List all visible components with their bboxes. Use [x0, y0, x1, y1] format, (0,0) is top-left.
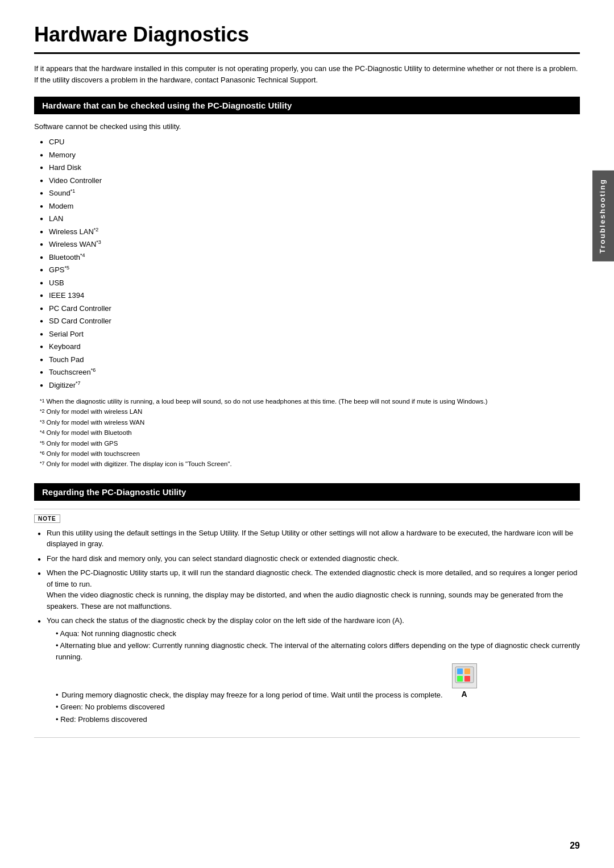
superscript: *5 — [65, 264, 70, 272]
list-item: Bluetooth*4 — [40, 252, 580, 263]
hardware-list: CPU Memory Hard Disk Video Controller So… — [40, 136, 580, 391]
svg-rect-2 — [464, 668, 470, 674]
note-label: NOTE — [34, 514, 60, 523]
section2: Regarding the PC-Diagnostic Utility NOTE… — [34, 483, 580, 738]
footnote-num: *1 — [40, 397, 45, 405]
list-item: Touch Pad — [40, 354, 580, 366]
superscript: *7 — [76, 380, 81, 388]
list-item: IEEE 1394 — [40, 290, 580, 301]
svg-rect-3 — [457, 676, 463, 682]
footnote-text: Only for model with touchscreen — [47, 448, 140, 459]
list-item: Hard Disk — [40, 162, 580, 173]
list-item: GPS*5 — [40, 264, 580, 276]
superscript: *4 — [80, 252, 85, 260]
list-item: USB — [40, 277, 580, 289]
footnote-text: Only for model with Bluetooth — [47, 427, 132, 438]
footnote-text: Only for model with wireless LAN — [47, 406, 143, 417]
list-item: SD Card Controller — [40, 315, 580, 327]
note-list: Run this utility using the default setti… — [38, 528, 580, 726]
footnote-text: Only for model with wireless WAN — [47, 417, 145, 427]
list-item: Memory — [40, 149, 580, 161]
list-item: Wireless LAN*2 — [40, 226, 580, 238]
superscript: *6 — [91, 367, 96, 375]
page-number: 29 — [570, 841, 580, 851]
sub-bullet-item: Aqua: Not running diagnostic check — [56, 628, 580, 639]
footnote-num: *4 — [40, 428, 45, 436]
list-item: PC Card Controller — [40, 303, 580, 314]
footnote-text: Only for model with GPS — [47, 438, 118, 448]
list-item: Sound*1 — [40, 188, 580, 199]
list-item: Serial Port — [40, 329, 580, 340]
list-item: Modem — [40, 201, 580, 212]
list-item: Wireless WAN*3 — [40, 239, 580, 250]
footnotes-section: *1 When the diagnostic utility is runnin… — [40, 396, 580, 470]
note-item-text: When the PC-Diagnostic Utility starts up… — [47, 567, 580, 612]
note-item-text: Run this utility using the default setti… — [47, 528, 580, 550]
note-box: NOTE Run this utility using the default … — [34, 509, 580, 738]
footnote-text: Only for model with digitizer. The displ… — [47, 459, 232, 469]
memory-check-text: During memory diagnostic check, the disp… — [62, 690, 443, 701]
intro-line2: If the utility discovers a problem in th… — [34, 74, 580, 86]
svg-rect-1 — [457, 668, 463, 674]
footnote-1: *1 When the diagnostic utility is runnin… — [40, 396, 580, 406]
sub-bullet-item: Alternating blue and yellow: Currently r… — [56, 640, 580, 662]
intro-line1: If it appears that the hardware installe… — [34, 63, 580, 74]
svg-rect-4 — [464, 676, 470, 682]
footnote-3: *3 Only for model with wireless WAN — [40, 417, 580, 427]
footnote-num: *6 — [40, 449, 45, 457]
list-item: Video Controller — [40, 175, 580, 186]
section1-header: Hardware that can be checked using the P… — [34, 97, 580, 114]
footnote-2: *2 Only for model with wireless LAN — [40, 406, 580, 417]
list-item: Digitizer*7 — [40, 380, 580, 391]
section2-header: Regarding the PC-Diagnostic Utility — [34, 483, 580, 501]
sub-bullet-item: Red: Problems discovered — [56, 714, 580, 725]
note-item: You can check the status of the diagnost… — [38, 615, 580, 726]
sidebar-troubleshooting: Troubleshooting — [592, 171, 614, 261]
sub-bullet-item: During memory diagnostic check, the disp… — [56, 663, 580, 700]
footnote-6: *6 Only for model with touchscreen — [40, 448, 580, 459]
note-item: Run this utility using the default setti… — [38, 528, 580, 550]
icon-a-label: A — [462, 688, 467, 700]
footnote-num: *3 — [40, 418, 45, 426]
superscript: *1 — [70, 188, 76, 196]
note-item: When the PC-Diagnostic Utility starts up… — [38, 567, 580, 612]
diagnostic-icon — [452, 663, 477, 688]
superscript: *3 — [96, 239, 101, 247]
sub-bullet-list: Aqua: Not running diagnostic check Alter… — [56, 628, 580, 725]
sub-bullet-item: Green: No problems discovered — [56, 701, 580, 713]
list-item: Keyboard — [40, 341, 580, 352]
footnote-num: *5 — [40, 439, 45, 447]
list-item: CPU — [40, 136, 580, 148]
page-title: Hardware Diagnostics — [34, 23, 580, 54]
list-item: Touchscreen*6 — [40, 367, 580, 378]
list-item: LAN — [40, 213, 580, 225]
footnote-4: *4 Only for model with Bluetooth — [40, 427, 580, 438]
note-item: For the hard disk and memory only, you c… — [38, 553, 580, 564]
footnote-5: *5 Only for model with GPS — [40, 438, 580, 448]
footnote-num: *2 — [40, 407, 45, 415]
intro-section: If it appears that the hardware installe… — [34, 63, 580, 85]
footnote-7: *7 Only for model with digitizer. The di… — [40, 459, 580, 469]
footnote-num: *7 — [40, 459, 45, 467]
superscript: *2 — [94, 226, 99, 234]
note-item-text: For the hard disk and memory only, you c… — [47, 553, 580, 564]
note-item-text: You can check the status of the diagnost… — [47, 615, 580, 726]
footnote-text: When the diagnostic utility is running, … — [47, 396, 488, 406]
software-note: Software cannot be checked using this ut… — [34, 122, 580, 131]
